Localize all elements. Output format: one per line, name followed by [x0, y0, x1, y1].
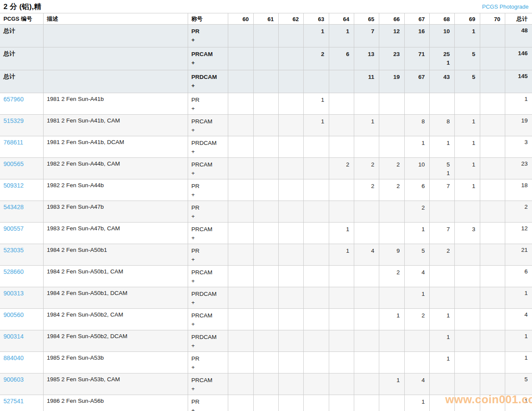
table-row: 768611 1981 2 Fen Sun-A41b, DCAM PRDCAM …: [0, 136, 532, 158]
pcgs-number-link[interactable]: 900565: [3, 160, 24, 167]
pcgs-number-link[interactable]: 900560: [3, 311, 24, 318]
grade-count: 1: [455, 160, 475, 169]
designation-label: PRDCAM: [192, 139, 228, 147]
pcgs-number-link[interactable]: 900557: [3, 225, 24, 232]
grade-60-cell: [228, 395, 253, 411]
col-header-grade-69: 69: [454, 13, 480, 25]
grade-65-cell: [354, 330, 379, 352]
grade-63-cell: [303, 373, 329, 395]
grade-count: 8: [405, 117, 425, 126]
table-row: 总计 PRDCAM + 11 19 67 43 5 145: [0, 70, 532, 93]
grade-69-cell: [454, 352, 480, 373]
grade-count: 7: [354, 27, 375, 36]
pcgs-number-link[interactable]: 900603: [3, 376, 24, 383]
grade-62-cell: [278, 352, 303, 373]
grade-count: 1: [304, 27, 324, 36]
pcgs-photograde-link[interactable]: PCGS Photograde: [482, 3, 529, 10]
pcgs-number-link[interactable]: 884040: [3, 355, 24, 361]
grade-62-cell: [278, 201, 303, 223]
grade-count: 4: [405, 376, 425, 385]
row-total: 5: [505, 373, 532, 395]
col-header-total: 总计: [505, 13, 532, 25]
total-row-label: 总计: [3, 50, 15, 57]
grade-62-cell: [278, 223, 303, 244]
grade-61-cell: [253, 25, 278, 47]
grade-count: 25: [430, 50, 450, 59]
grade-60-cell: [228, 115, 253, 136]
grade-count: 7: [430, 225, 450, 234]
pcgs-number-link[interactable]: 528660: [3, 268, 24, 275]
coin-description: 1985 2 Fen Sun-A53b: [43, 352, 188, 373]
pcgs-number-link[interactable]: 768611: [3, 139, 23, 146]
designation-plus-label: +: [192, 298, 228, 307]
grade-68-cell: 1: [429, 352, 454, 373]
grade-66-cell: [379, 93, 404, 115]
pcgs-number-link[interactable]: 900314: [3, 333, 24, 340]
grade-60-cell: [228, 47, 253, 70]
pcgs-number-link[interactable]: 523035: [3, 247, 24, 254]
grade-66-cell: 1: [379, 309, 404, 330]
designation-plus-label: +: [192, 191, 228, 199]
pcgs-number-link[interactable]: 543428: [3, 204, 24, 210]
designation-label: PR: [192, 204, 228, 212]
table-row: 657960 1981 2 Fen Sun-A41b PR + 1 1: [0, 93, 532, 115]
grade-count: 2: [405, 311, 425, 320]
grade-count: 13: [354, 50, 375, 59]
coin-description: 1982 2 Fen Sun-A44b: [43, 179, 188, 201]
pcgs-number-link[interactable]: 509312: [3, 182, 24, 189]
grade-count: 10: [405, 160, 425, 169]
grade-68-cell: [429, 201, 454, 223]
pcgs-number-link[interactable]: 657960: [3, 96, 24, 103]
col-header-designation: 称号: [188, 13, 228, 25]
pcgs-number-link[interactable]: 900313: [3, 290, 24, 297]
grade-count: 1: [354, 117, 375, 126]
grade-66-cell: 23: [379, 47, 404, 70]
designation-label: PRDCAM: [192, 290, 228, 298]
grade-63-cell: [303, 244, 329, 266]
grade-65-cell: 7: [354, 25, 379, 47]
designation-plus-label: +: [192, 255, 228, 264]
grade-66-cell: [379, 395, 404, 411]
grade-66-cell: 1: [379, 373, 404, 395]
grade-70-cell: [480, 93, 505, 115]
table-row: 900603 1985 2 Fen Sun-A53b, CAM PRCAM + …: [0, 373, 532, 395]
grade-count: 5: [430, 160, 450, 169]
grade-count: 2: [329, 160, 349, 169]
grade-69-cell: 5: [454, 47, 480, 70]
grade-64-cell: [329, 352, 354, 373]
grade-count: 2: [379, 182, 400, 191]
population-report-page: 2 分 (铝),精 PCGS Photograde PCGS 编号 描述 称号 …: [0, 0, 532, 411]
grade-66-cell: [379, 330, 404, 352]
grade-65-cell: 2: [354, 179, 379, 201]
grade-count: 6: [329, 50, 349, 59]
pcgs-number-link[interactable]: 527541: [3, 398, 24, 405]
grade-69-cell: [454, 244, 480, 266]
grade-63-cell: 2: [303, 47, 329, 70]
grade-count: 3: [455, 225, 475, 234]
grade-65-cell: [354, 93, 379, 115]
pcgs-number-link[interactable]: 515329: [3, 117, 24, 124]
grade-63-cell: [303, 395, 329, 411]
row-total: 3: [505, 136, 532, 158]
grade-count: 71: [405, 50, 425, 59]
col-header-grade-70: 70: [480, 13, 505, 25]
coin-description: [43, 70, 188, 93]
grade-64-cell: [329, 93, 354, 115]
total-row-label: 总计: [3, 73, 15, 80]
grade-65-cell: [354, 201, 379, 223]
table-row: 523035 1984 2 Fen Sun-A50b1 PR + 1 4 9 5…: [0, 244, 532, 266]
designation-label: PR: [192, 355, 228, 363]
grade-count: 5: [405, 247, 425, 255]
grade-61-cell: [253, 115, 278, 136]
grade-65-cell: 13: [354, 47, 379, 70]
coin-description: 1986 2 Fen Sun-A56b: [43, 395, 188, 411]
grade-62-cell: [278, 373, 303, 395]
grade-count: 1: [455, 117, 475, 126]
grade-count: 8: [430, 117, 450, 126]
grade-plus-count: 1: [430, 169, 450, 178]
designation-plus-label: +: [192, 277, 228, 286]
grade-67-cell: 16: [404, 25, 429, 47]
designation-plus-label: +: [192, 126, 228, 135]
grade-61-cell: [253, 201, 278, 223]
grade-70-cell: [480, 266, 505, 287]
